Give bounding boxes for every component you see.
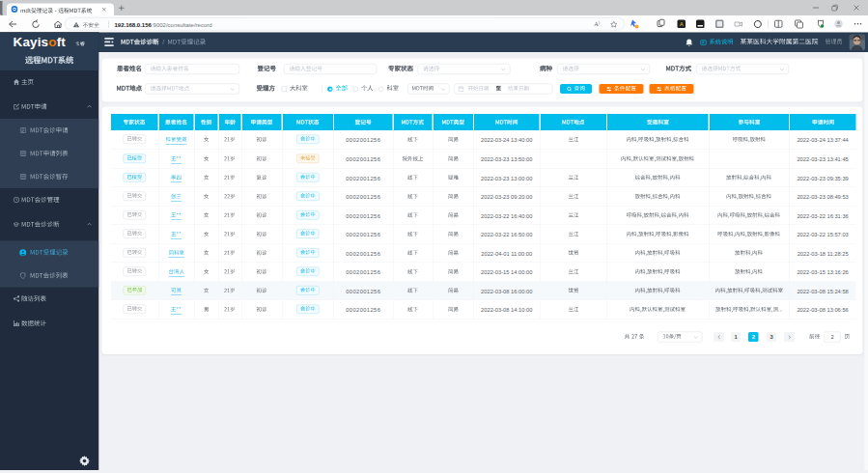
svg-text:A: A xyxy=(680,21,684,27)
